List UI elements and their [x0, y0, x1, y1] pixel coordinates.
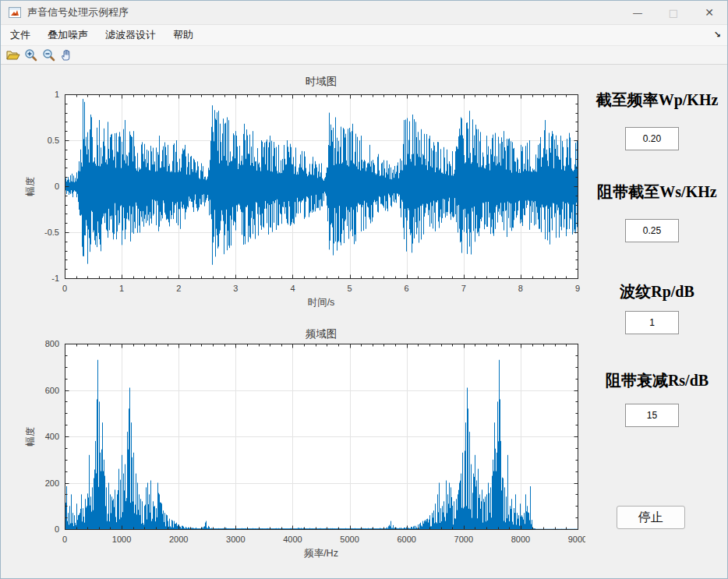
- rs-attenuation-input[interactable]: [625, 404, 679, 427]
- svg-text:1000: 1000: [112, 535, 131, 544]
- figure-canvas: 0123456789-1-0.500.51时域图时间/s幅度 010002000…: [1, 65, 728, 579]
- svg-text:8000: 8000: [511, 535, 530, 544]
- open-file-icon[interactable]: [4, 47, 22, 63]
- svg-text:0: 0: [62, 284, 67, 293]
- svg-text:幅度: 幅度: [25, 177, 36, 196]
- menu-help[interactable]: 帮助: [165, 24, 201, 46]
- svg-text:7: 7: [461, 284, 466, 293]
- wp-cutoff-label: 截至频率Wp/KHz: [587, 90, 727, 111]
- svg-text:3: 3: [233, 284, 238, 293]
- svg-text:4000: 4000: [283, 535, 302, 544]
- svg-text:600: 600: [45, 386, 59, 395]
- svg-text:-0.5: -0.5: [44, 228, 59, 237]
- window-title: 声音信号处理示例程序: [27, 5, 129, 19]
- svg-text:频率/Hz: 频率/Hz: [303, 548, 338, 559]
- app-window: 声音信号处理示例程序 — □ ✕ 文件 叠加噪声 滤波器设计 帮助 ↘: [0, 0, 728, 579]
- zoom-in-icon[interactable]: [22, 47, 40, 63]
- minimize-button[interactable]: —: [620, 1, 656, 24]
- svg-text:0: 0: [55, 182, 59, 191]
- svg-text:时间/s: 时间/s: [308, 297, 335, 308]
- wp-cutoff-input[interactable]: [625, 127, 679, 150]
- svg-text:2000: 2000: [169, 535, 188, 544]
- frequency-domain-plot[interactable]: 0100020003000400050006000700080009000020…: [20, 328, 585, 577]
- menu-add-noise[interactable]: 叠加噪声: [40, 24, 96, 46]
- svg-text:频域图: 频域图: [306, 328, 337, 340]
- pan-hand-icon[interactable]: [58, 47, 76, 63]
- svg-text:9000: 9000: [568, 535, 585, 544]
- svg-text:幅度: 幅度: [25, 427, 36, 447]
- svg-text:5000: 5000: [340, 535, 359, 544]
- svg-text:6: 6: [405, 284, 409, 293]
- svg-text:400: 400: [45, 432, 59, 441]
- svg-text:800: 800: [45, 339, 59, 348]
- svg-text:1: 1: [119, 284, 124, 293]
- menu-overflow-arrow-icon[interactable]: ↘: [714, 30, 721, 40]
- svg-text:7000: 7000: [454, 535, 473, 544]
- rp-ripple-label: 波纹Rp/dB: [587, 281, 727, 302]
- rs-attenuation-label: 阻带衰减Rs/dB: [587, 370, 727, 391]
- svg-text:0.5: 0.5: [48, 136, 59, 145]
- svg-text:1: 1: [55, 90, 59, 99]
- close-button[interactable]: ✕: [691, 1, 727, 24]
- ws-stopband-input[interactable]: [625, 219, 679, 242]
- ws-stopband-label: 阻带截至Ws/KHz: [587, 182, 727, 203]
- toolbar: [1, 45, 727, 65]
- svg-text:0: 0: [62, 535, 67, 544]
- svg-text:9: 9: [575, 284, 580, 293]
- title-bar: 声音信号处理示例程序 — □ ✕: [1, 1, 727, 24]
- rp-ripple-input[interactable]: [625, 311, 679, 334]
- stop-button[interactable]: 停止: [617, 506, 685, 529]
- svg-text:-1: -1: [51, 274, 59, 283]
- svg-text:0: 0: [55, 524, 59, 534]
- svg-text:2: 2: [176, 284, 181, 293]
- zoom-out-icon[interactable]: [40, 47, 58, 63]
- matlab-app-icon: [9, 7, 21, 18]
- svg-text:200: 200: [45, 478, 59, 488]
- time-domain-plot[interactable]: 0123456789-1-0.500.51时域图时间/s幅度: [20, 68, 585, 325]
- maximize-button[interactable]: □: [656, 1, 691, 24]
- svg-text:8: 8: [518, 284, 523, 293]
- menu-file[interactable]: 文件: [2, 24, 38, 46]
- menu-bar: 文件 叠加噪声 滤波器设计 帮助 ↘: [1, 24, 727, 45]
- svg-text:6000: 6000: [397, 535, 415, 544]
- svg-text:3000: 3000: [226, 535, 245, 544]
- menu-filter-design[interactable]: 滤波器设计: [97, 24, 164, 46]
- svg-text:5: 5: [347, 284, 352, 293]
- svg-text:时域图: 时域图: [306, 76, 337, 87]
- svg-text:4: 4: [290, 284, 295, 293]
